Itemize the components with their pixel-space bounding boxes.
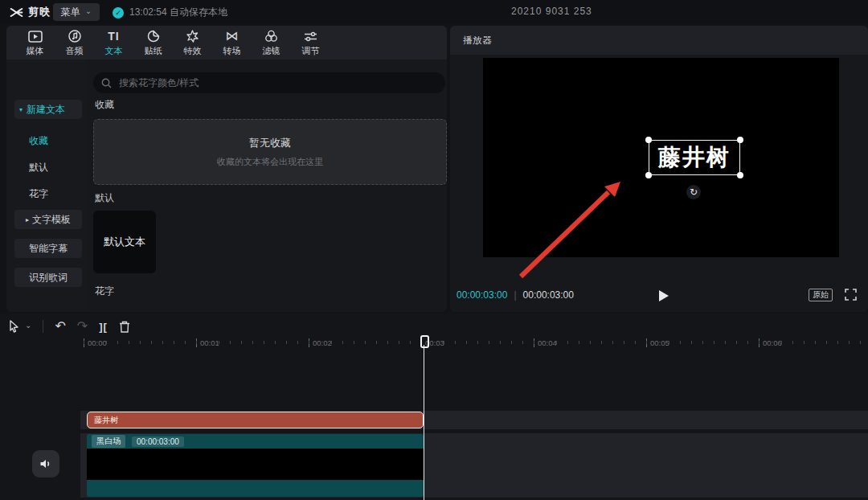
text-library: 收藏 暂无收藏 收藏的文本将会出现在这里 默认 默认文本 花字 [87,59,447,312]
sidebar-text-templates-label: 文字模板 [32,213,71,227]
timeline-ruler[interactable]: 00:00 00:01 00:02 00:03 00:04 00:05 00:0… [80,338,868,350]
video-clip-thumbnail [87,449,424,480]
tab-text-label: 文本 [105,45,123,57]
sidebar-item-default[interactable]: 默认 [29,161,48,174]
tab-audio[interactable]: 音频 [57,29,92,57]
app-logo: 剪映 [10,5,51,19]
video-clip-duration: 00:00:03:00 [132,436,184,447]
selection-handle-top-right[interactable] [737,137,743,143]
timecode-display: 00:00:03:00 | 00:00:03:00 [457,289,574,301]
player-header: 播放器 [450,26,868,55]
playhead-marker[interactable] [420,335,429,348]
huazi-section-label: 花字 [95,285,114,298]
tab-effects[interactable]: 特效 [175,29,210,57]
video-clip-name: 黑白场 [92,435,125,448]
effects-icon [186,29,199,43]
tab-transitions[interactable]: ⋈ 转场 [215,29,249,57]
speaker-icon [39,458,52,469]
favorites-empty-state: 暂无收藏 收藏的文本将会出现在这里 [93,119,447,185]
sidebar-smart-subtitles-label: 智能字幕 [29,242,68,256]
default-text-tile[interactable]: 默认文本 [93,211,156,273]
menu-button-label: 菜单 [61,6,80,19]
top-bar: 剪映 菜单 ⌄ ✓ 13:02:54 自动保存本地 20210 9031 253 [0,0,868,24]
player-panel: 播放器 藤井树 ↻ 00:00:03:00 | 00:00:03:00 原始 [450,26,868,312]
text-selection-box[interactable]: 藤井树 [649,140,740,175]
adjust-icon [304,29,317,43]
asset-panel: 媒体 音频 TI 文本 贴纸 特效 ⋈ 转场 [6,26,447,312]
tab-transitions-label: 转场 [223,45,241,57]
player-controls: 00:00:03:00 | 00:00:03:00 原始 [450,286,868,305]
capcut-logo-icon [10,6,23,18]
toolbar-divider [43,320,43,333]
playhead-line [424,345,425,500]
autosave-text: 13:02:54 自动保存本地 [129,6,227,19]
tab-effects-label: 特效 [184,45,202,57]
text-clip[interactable]: 藤井树 [87,412,424,428]
audio-icon [68,29,81,43]
redo-icon: ↷ [77,320,88,333]
video-clip-audio-strip [87,480,424,497]
timeline-playhead[interactable] [420,335,428,500]
current-time: 00:00:03:00 [457,289,507,301]
tab-media-label: 媒体 [27,45,44,57]
selection-handle-top-left[interactable] [645,137,652,143]
favorites-section-label: 收藏 [95,98,114,112]
default-text-tile-label: 默认文本 [104,235,145,249]
preview-text: 藤井树 [658,142,731,173]
ruler-minor-ticks [84,341,868,344]
split-icon[interactable]: ][ [99,321,108,333]
text-clip-label: 藤井树 [88,415,118,426]
tab-filters[interactable]: 滤镜 [254,29,289,57]
sidebar-item-favorites[interactable]: 收藏 [29,134,48,148]
transition-icon: ⋈ [226,29,239,43]
search-icon [101,78,112,88]
sidebar-item-huazi[interactable]: 花字 [29,187,48,201]
tab-adjust[interactable]: 调节 [293,29,328,57]
empty-state-subtitle: 收藏的文本将会出现在这里 [217,156,323,168]
rotate-handle-icon[interactable]: ↻ [686,185,701,199]
tab-sticker-label: 贴纸 [145,45,162,57]
search-input[interactable] [117,76,437,89]
select-tool-icon[interactable] [8,320,20,333]
default-section-label: 默认 [95,191,114,205]
sidebar-item-smart-subtitles[interactable]: 智能字幕 [14,239,82,258]
tab-media[interactable]: 媒体 [18,29,52,57]
timeline-panel: ⌄ ↶ ↷ ][ 00:00 00:01 00:02 00:03 00:04 0… [0,314,868,500]
video-clip-header: 黑白场 00:00:03:00 [87,434,424,449]
tab-audio-label: 音频 [66,45,84,57]
chevron-down-icon: ⌄ [85,6,92,15]
caret-down-icon: ▾ [19,106,23,113]
search-box[interactable] [93,72,445,93]
caret-right-icon: ▸ [26,216,29,223]
player-title: 播放器 [463,34,492,47]
selection-handle-bottom-right[interactable] [737,172,743,178]
play-button[interactable] [656,289,670,303]
sticker-icon [147,29,160,43]
text-sidebar: ▾ 新建文本 收藏 默认 花字 ▸ 文字模板 智能字幕 识别歌词 [6,59,87,312]
undo-icon[interactable]: ↶ [55,320,65,333]
sidebar-item-new-text[interactable]: ▾ 新建文本 [14,100,82,119]
sidebar-item-text-templates[interactable]: ▸ 文字模板 [14,210,82,229]
preview-canvas[interactable]: 藤井树 ↻ [483,58,839,257]
app-name: 剪映 [28,5,51,19]
media-type-ribbon: 媒体 音频 TI 文本 贴纸 特效 ⋈ 转场 [6,26,447,59]
text-icon: TI [108,29,119,43]
sidebar-lyrics-recognition-label: 识别歌词 [29,271,68,285]
tab-filters-label: 滤镜 [263,45,280,57]
original-quality-button[interactable]: 原始 [809,289,833,301]
delete-icon[interactable] [119,321,130,333]
timeline-toolbar: ⌄ ↶ ↷ ][ [8,316,130,337]
autosave-status: ✓ 13:02:54 自动保存本地 [113,6,227,19]
select-tool-chevron-icon[interactable]: ⌄ [25,321,31,330]
selection-handle-bottom-left[interactable] [645,172,652,178]
video-clip[interactable]: 黑白场 00:00:03:00 [87,434,424,497]
tab-sticker[interactable]: 贴纸 [136,29,170,57]
sidebar-new-text-label: 新建文本 [27,103,65,117]
menu-button[interactable]: 菜单 ⌄ [53,3,100,21]
filter-icon [264,29,278,43]
track-mute-button[interactable] [32,450,59,477]
tab-text[interactable]: TI 文本 [96,29,131,57]
sidebar-item-lyrics-recognition[interactable]: 识别歌词 [14,268,82,287]
tab-adjust-label: 调节 [302,45,320,57]
fullscreen-icon[interactable] [845,289,857,301]
